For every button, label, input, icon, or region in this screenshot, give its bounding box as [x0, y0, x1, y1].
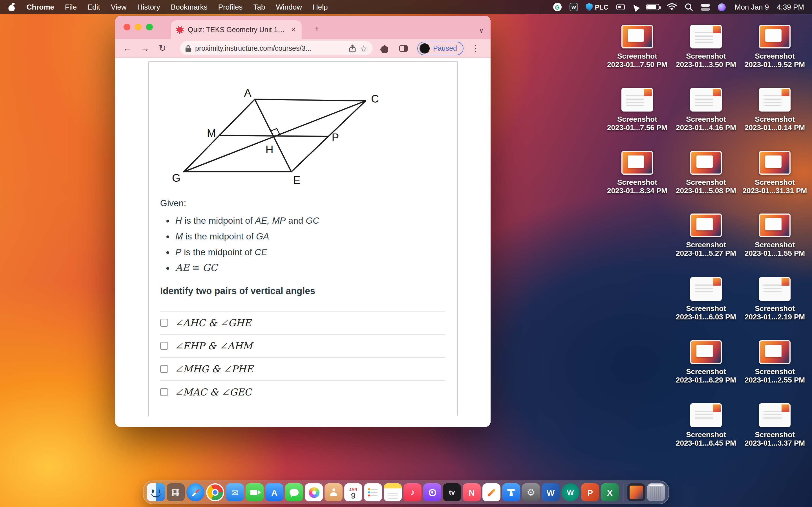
desktop-file-screenshot-8[interactable]: Screenshot2023-01...5.08 PM — [672, 151, 740, 195]
browser-menu-icon[interactable]: ⋮ — [470, 43, 481, 53]
dock-apple-tv-icon[interactable]: tv — [443, 483, 461, 501]
battery-icon[interactable] — [646, 4, 659, 10]
menu-edit[interactable]: Edit — [87, 3, 100, 11]
dock-finder-icon[interactable] — [147, 483, 165, 501]
dock-music-icon[interactable]: ♪ — [403, 483, 421, 501]
desktop-file-screenshot-6[interactable]: Screenshot2023-01...0.14 PM — [741, 88, 809, 132]
menu-bookmarks[interactable]: Bookmarks — [171, 3, 207, 11]
checkbox[interactable] — [160, 342, 168, 350]
apple-menu-icon[interactable] — [8, 3, 16, 11]
side-panel-icon[interactable] — [396, 41, 410, 55]
checkbox[interactable] — [160, 365, 168, 373]
menu-bar: Chrome File Edit View History Bookmarks … — [0, 0, 812, 14]
menu-bar-clock[interactable]: 4:39 PM — [777, 3, 804, 11]
dock-news-icon[interactable]: N — [463, 483, 481, 501]
desktop-file-screenshot-7[interactable]: Screenshot2023-01...8.34 PM — [603, 151, 671, 195]
dock-webex-icon[interactable]: W — [561, 483, 579, 501]
menu-profiles[interactable]: Profiles — [218, 3, 243, 11]
dock-facetime-icon[interactable] — [246, 483, 264, 501]
new-tab-button[interactable]: + — [310, 22, 324, 36]
dock-calendar-icon[interactable]: JAN9 — [344, 483, 362, 501]
dock-app-store-icon[interactable]: A — [265, 483, 283, 501]
answer-option-4[interactable]: ∠MAC & ∠GEC — [160, 380, 445, 403]
bookmark-star-icon[interactable]: ☆ — [360, 44, 367, 53]
chrome-window: Quiz: TEKS Geometry Unit 1 Cu × + ∨ ← → … — [115, 16, 491, 427]
menu-bar-date[interactable]: Mon Jan 9 — [735, 3, 769, 11]
dock-keynote-icon[interactable] — [502, 483, 520, 501]
checkbox[interactable] — [160, 388, 168, 396]
dock-safari-icon[interactable] — [186, 483, 204, 501]
desktop-file-screenshot-12[interactable]: Screenshot2023-01...6.03 PM — [672, 277, 740, 321]
dock-mail-icon[interactable]: ✉ — [226, 483, 244, 501]
siri-icon[interactable] — [718, 3, 726, 11]
cursor-tool-icon[interactable] — [631, 3, 640, 11]
desktop-file-screenshot-2[interactable]: Screenshot2023-01...3.50 PM — [672, 25, 740, 69]
desktop-file-screenshot-16[interactable]: Screenshot2023-01...6.45 PM — [672, 403, 740, 447]
desktop-file-screenshot-14[interactable]: Screenshot2023-01...6.29 PM — [672, 340, 740, 384]
desktop-file-screenshot-4[interactable]: Screenshot2023-01...7.56 PM — [603, 88, 671, 132]
dock-system-settings-icon[interactable]: ⚙ — [522, 483, 540, 501]
dock-photos-icon[interactable] — [305, 483, 323, 501]
desktop-file-screenshot-5[interactable]: Screenshot2023-01...4.16 PM — [672, 88, 740, 132]
desktop-file-screenshot-10[interactable]: Screenshot2023-01...5.27 PM — [672, 214, 740, 258]
menu-view[interactable]: View — [111, 3, 126, 11]
grammarly-icon[interactable]: G — [553, 3, 562, 11]
window-manager-icon[interactable] — [616, 4, 625, 10]
desktop-file-screenshot-3[interactable]: Screenshot2023-01...9.52 PM — [741, 25, 809, 69]
answer-option-1[interactable]: ∠AHC & ∠GHE — [160, 311, 445, 334]
plc-shield-menu-item[interactable]: PLC — [586, 3, 608, 11]
podcasts-glyph — [428, 489, 436, 496]
desktop-file-screenshot-1[interactable]: Screenshot2023-01...7.50 PM — [603, 25, 671, 69]
news-letter: N — [469, 488, 475, 497]
forward-button[interactable]: → — [137, 41, 153, 55]
dock-excel-icon[interactable]: X — [601, 483, 619, 501]
dock-chrome-icon[interactable] — [206, 483, 224, 501]
menu-tab[interactable]: Tab — [253, 3, 265, 11]
tab-search-chevron-icon[interactable]: ∨ — [479, 26, 484, 34]
answer-option-2[interactable]: ∠EHP & ∠AHM — [160, 334, 445, 357]
close-window-button[interactable] — [123, 24, 130, 31]
desktop-file-screenshot-13[interactable]: Screenshot2023-01...2.19 PM — [741, 277, 809, 321]
extensions-icon[interactable] — [378, 41, 391, 55]
profile-chip[interactable]: Paused — [417, 41, 464, 55]
control-center-icon[interactable] — [701, 4, 710, 10]
url-text[interactable]: proximity.instructure.com/courses/3... — [195, 44, 345, 52]
option-label: ∠MHG & ∠PHE — [175, 363, 253, 375]
tab-close-icon[interactable]: × — [290, 25, 297, 34]
webex-menu-icon[interactable]: w — [569, 3, 578, 11]
minimize-window-button[interactable] — [135, 24, 142, 31]
menu-window[interactable]: Window — [276, 3, 302, 11]
dock-pages-icon[interactable] — [483, 483, 500, 501]
dock-powerpoint-icon[interactable]: P — [581, 483, 599, 501]
desktop-file-screenshot-15[interactable]: Screenshot2023-01...2.55 PM — [741, 340, 809, 384]
menu-help[interactable]: Help — [313, 3, 328, 11]
var-H: H — [175, 216, 182, 225]
spotlight-search-icon[interactable] — [684, 3, 693, 11]
dock-contacts-icon[interactable] — [324, 483, 343, 501]
dock-podcasts-icon[interactable] — [423, 483, 441, 501]
back-button[interactable]: ← — [119, 41, 135, 55]
dock-notes-icon[interactable] — [384, 483, 402, 501]
dock-trash-icon[interactable] — [647, 483, 665, 501]
dock-launchpad-icon[interactable]: ▦ — [167, 483, 185, 501]
wifi-icon[interactable] — [667, 3, 677, 11]
reload-button[interactable]: ↻ — [154, 41, 170, 55]
zoom-window-button[interactable] — [146, 24, 153, 31]
desktop-file-screenshot-9[interactable]: Screenshot2023-01...31.31 PM — [741, 151, 809, 195]
menu-history[interactable]: History — [137, 3, 160, 11]
reminders-list-glyph — [368, 488, 378, 497]
desktop-file-screenshot-11[interactable]: Screenshot2023-01...1.55 PM — [741, 214, 809, 258]
checkbox[interactable] — [160, 319, 168, 327]
answer-option-3[interactable]: ∠MHG & ∠PHE — [160, 357, 445, 380]
menu-app-name[interactable]: Chrome — [27, 3, 54, 11]
dock-word-icon[interactable]: W — [542, 483, 560, 501]
share-icon[interactable] — [349, 44, 356, 52]
browser-tab[interactable]: Quiz: TEKS Geometry Unit 1 Cu × — [171, 20, 302, 39]
dock-messages-icon[interactable] — [285, 483, 303, 501]
menu-file[interactable]: File — [65, 3, 77, 11]
dock-reminders-icon[interactable] — [364, 483, 382, 501]
dock-minimized-window-icon[interactable] — [627, 483, 645, 501]
desktop-file-screenshot-17[interactable]: Screenshot2023-01...3.37 PM — [741, 403, 809, 447]
address-bar[interactable]: proximity.instructure.com/courses/3... ☆ — [180, 41, 373, 55]
screenshot-thumbnail — [759, 151, 791, 175]
